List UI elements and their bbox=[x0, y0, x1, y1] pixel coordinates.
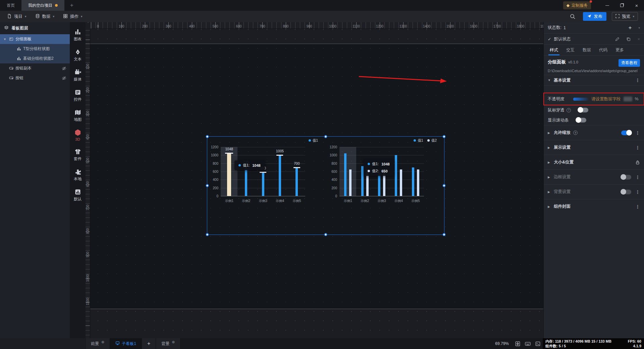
new-tab-button[interactable]: + bbox=[64, 0, 79, 11]
caret-right-icon[interactable]: ▶ bbox=[548, 131, 551, 135]
legend-item[interactable]: 值1 bbox=[414, 138, 423, 143]
kebab-menu-icon[interactable]: ⋮ bbox=[635, 204, 640, 209]
opacity-value-field[interactable] bbox=[624, 97, 632, 101]
chevron-down-icon[interactable]: ▾ bbox=[638, 26, 640, 30]
tab-样式[interactable]: 样式 bbox=[546, 45, 562, 55]
caret-right-icon[interactable]: ▶ bbox=[548, 176, 551, 179]
menu-item-数据[interactable]: 数据▾ bbox=[31, 11, 59, 22]
chart-t-grouped-bar[interactable]: 值1120010008006004002000示例11048示例2735示例35… bbox=[207, 137, 326, 235]
layer-item-3[interactable]: 按钮副本 bbox=[0, 63, 70, 73]
section-大小&位置[interactable]: ▶大小&位置 bbox=[544, 155, 644, 169]
canvas[interactable]: 0100200300400500600700800900100011001200… bbox=[86, 22, 543, 338]
eye-off-icon[interactable] bbox=[62, 66, 66, 71]
tab-更多[interactable]: 更多 bbox=[611, 45, 628, 55]
category-控件[interactable]: 控件 bbox=[70, 85, 86, 105]
toggle-鼠标穿透[interactable] bbox=[578, 108, 588, 112]
menu-item-操作[interactable]: 操作▾ bbox=[59, 11, 87, 22]
minimize-button[interactable] bbox=[600, 5, 614, 6]
category-3D[interactable]: 3D bbox=[70, 126, 86, 145]
caret-right-icon[interactable]: ▶ bbox=[548, 205, 551, 208]
kebab-menu-icon[interactable]: ⋮ bbox=[635, 78, 640, 83]
caret-down-icon[interactable]: ▼ bbox=[548, 79, 551, 82]
default-state-label[interactable]: 默认状态 bbox=[554, 36, 571, 42]
layer-item-2[interactable]: 基础分组柱状图2 bbox=[0, 54, 70, 63]
caret-right-icon[interactable]: ▶ bbox=[548, 190, 551, 194]
custom-service-badge[interactable]: ◆ 定制服务 bbox=[563, 1, 591, 9]
tab-数据[interactable]: 数据 bbox=[579, 45, 595, 55]
selection-box[interactable]: 值1120010008006004002000示例11048示例2735示例35… bbox=[207, 136, 444, 235]
category-地图[interactable]: 地图 bbox=[70, 105, 86, 126]
add-state-button[interactable]: + bbox=[629, 24, 632, 31]
x-axis-label: 示例4 bbox=[394, 199, 403, 203]
section-展示设置[interactable]: ▶展示设置⋮ bbox=[544, 140, 644, 155]
kebab-menu-icon[interactable]: ⋮ bbox=[635, 174, 640, 180]
eye-off-icon[interactable] bbox=[62, 76, 66, 81]
section-边框设置[interactable]: ▶边框设置⋮ bbox=[544, 169, 644, 184]
menu-item-项目[interactable]: 项目▾ bbox=[3, 11, 31, 22]
subboard-tab[interactable]: 子看板1 bbox=[110, 338, 142, 349]
keyboard-icon[interactable] bbox=[523, 338, 533, 349]
selection-handle[interactable] bbox=[206, 135, 209, 138]
section-允许缩放[interactable]: ▶允许缩放?⋮ bbox=[544, 125, 644, 140]
menu-label: 项目 bbox=[14, 14, 22, 19]
basic-settings-label[interactable]: 基本设置 bbox=[554, 78, 571, 83]
fullscreen-icon bbox=[615, 14, 620, 19]
zoom-level[interactable]: 69.79% bbox=[491, 338, 513, 349]
tutorial-button[interactable]: 查看教程 bbox=[619, 59, 640, 67]
section-组件封面[interactable]: ▶组件封面⋮ bbox=[544, 199, 644, 214]
duplicate-icon[interactable] bbox=[626, 37, 631, 41]
selection-handle[interactable] bbox=[443, 184, 446, 187]
kebab-menu-icon[interactable]: ⋮ bbox=[635, 189, 640, 195]
toggle-边框设置[interactable] bbox=[621, 175, 631, 180]
help-icon[interactable]: ? bbox=[567, 108, 571, 112]
selection-handle[interactable] bbox=[324, 135, 327, 138]
publish-button[interactable]: 发布 bbox=[583, 12, 606, 21]
add-foreground-icon[interactable]: ⊕ bbox=[101, 340, 104, 344]
selection-handle[interactable] bbox=[443, 233, 446, 236]
category-默认[interactable]: 默认 bbox=[70, 185, 86, 205]
caret-down-icon[interactable]: ▼ bbox=[3, 38, 7, 41]
caret-right-icon[interactable]: ▶ bbox=[548, 146, 551, 149]
category-套件[interactable]: 套件 bbox=[70, 145, 86, 165]
toggle-显示滚动条[interactable] bbox=[576, 118, 586, 122]
section-背景设置[interactable]: ▶背景设置⋮ bbox=[544, 184, 644, 199]
layer-item-4[interactable]: 按钮 bbox=[0, 73, 70, 83]
lock-icon[interactable] bbox=[635, 160, 640, 165]
selection-handle[interactable] bbox=[324, 233, 327, 236]
fit-screen-icon[interactable] bbox=[513, 338, 523, 349]
toggle-背景设置[interactable] bbox=[621, 190, 631, 194]
tab-交互[interactable]: 交互 bbox=[562, 45, 579, 55]
background-tab[interactable]: 背景 ⊕ bbox=[156, 338, 180, 349]
layer-item-1[interactable]: T型分组柱状图 bbox=[0, 44, 70, 54]
maximize-button[interactable] bbox=[614, 4, 629, 7]
opacity-slider[interactable] bbox=[573, 98, 589, 101]
selection-handle[interactable] bbox=[206, 184, 209, 187]
project-tab-0[interactable]: 首页 bbox=[0, 0, 21, 11]
category-本地[interactable]: 本地 bbox=[70, 165, 86, 185]
search-icon[interactable] bbox=[568, 14, 578, 19]
category-文本[interactable]: 文本 bbox=[70, 45, 86, 65]
edit-pen-icon[interactable] bbox=[615, 37, 620, 41]
selection-handle[interactable] bbox=[443, 135, 446, 138]
foreground-tab[interactable]: 前景 ⊕ bbox=[86, 338, 110, 349]
project-tab-1[interactable]: 我的空白项目 bbox=[21, 0, 64, 11]
legend-item[interactable]: 值1 bbox=[309, 138, 318, 143]
selection-handle[interactable] bbox=[206, 233, 209, 236]
add-board-button[interactable]: + bbox=[142, 338, 156, 349]
tab-代码[interactable]: 代码 bbox=[595, 45, 611, 55]
chart-basic-grouped-bar[interactable]: 值1值2120010008006004002000示例1示例2示例3示例4示例5… bbox=[326, 137, 445, 235]
help-icon[interactable]: ? bbox=[573, 131, 578, 135]
add-background-icon[interactable]: ⊕ bbox=[172, 340, 175, 344]
kebab-menu-icon[interactable]: ⋮ bbox=[635, 130, 640, 136]
layer-item-0[interactable]: ▼分组面板 bbox=[0, 34, 70, 44]
category-图表[interactable]: 图表 bbox=[70, 25, 86, 45]
toggle-允许缩放[interactable] bbox=[621, 131, 631, 135]
close-button[interactable]: × bbox=[629, 3, 644, 8]
preview-button[interactable]: 预览 ▾ bbox=[612, 12, 638, 21]
caret-right-icon[interactable]: ▶ bbox=[548, 161, 551, 164]
terminal-icon[interactable] bbox=[533, 338, 543, 349]
opacity-placeholder[interactable]: 请设置数据字段 bbox=[591, 96, 621, 102]
category-媒体[interactable]: 媒体 bbox=[70, 65, 86, 85]
legend-item[interactable]: 值2 bbox=[427, 138, 437, 143]
kebab-menu-icon[interactable]: ⋮ bbox=[635, 145, 640, 150]
